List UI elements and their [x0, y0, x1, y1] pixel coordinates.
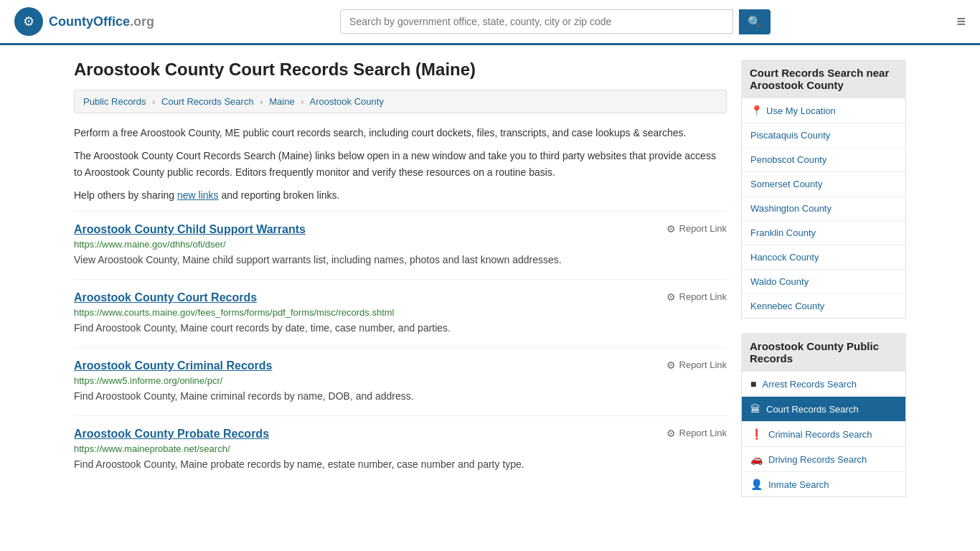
nearby-county-6[interactable]: Waldo County — [742, 270, 905, 294]
nearby-county-2[interactable]: Somerset County — [742, 172, 905, 197]
record-entry-2: Aroostook County Criminal Records ⚙ Repo… — [74, 347, 727, 415]
public-records-header: Aroostook County Public Records — [741, 333, 906, 372]
sidebar: Court Records Search near Aroostook Coun… — [741, 60, 906, 512]
nearby-list: 📍 Use My Location Piscataquis CountyPeno… — [741, 98, 906, 319]
page-title: Aroostook County Court Records Search (M… — [74, 60, 727, 80]
record-desc-3: Find Aroostook County, Maine probate rec… — [74, 457, 727, 472]
pub-records-icon-2: ❗ — [750, 428, 763, 440]
record-url-2[interactable]: https://www5.informe.org/online/pcr/ — [74, 375, 727, 386]
nearby-county-4[interactable]: Franklin County — [742, 221, 905, 245]
pin-icon: 📍 — [750, 105, 763, 116]
record-entry-3: Aroostook County Probate Records ⚙ Repor… — [74, 415, 727, 484]
report-link-3[interactable]: ⚙ Report Link — [666, 428, 727, 439]
nearby-county-link-7[interactable]: Kennebec County — [750, 301, 824, 311]
report-link-2[interactable]: ⚙ Report Link — [666, 359, 727, 371]
nearby-county-link-1[interactable]: Penobscot County — [750, 154, 826, 165]
report-icon-0: ⚙ — [666, 223, 676, 235]
nearby-county-link-4[interactable]: Franklin County — [750, 227, 816, 238]
use-location-link[interactable]: Use My Location — [766, 105, 836, 116]
breadcrumb-maine[interactable]: Maine — [269, 96, 294, 107]
nearby-county-5[interactable]: Hancock County — [742, 245, 905, 270]
record-desc-2: Find Aroostook County, Maine criminal re… — [74, 389, 727, 404]
pub-records-item-1[interactable]: 🏛 Court Records Search — [742, 397, 905, 422]
public-records-section: Aroostook County Public Records ■ Arrest… — [741, 333, 906, 497]
menu-button[interactable]: ≡ — [956, 12, 966, 31]
report-icon-3: ⚙ — [666, 428, 676, 439]
record-url-1[interactable]: https://www.courts.maine.gov/fees_forms/… — [74, 307, 727, 318]
breadcrumb-court-records-search[interactable]: Court Records Search — [161, 96, 254, 107]
logo-area: ⚙ CountyOffice.org — [14, 7, 154, 36]
pub-records-icon-0: ■ — [750, 378, 756, 390]
site-header: ⚙ CountyOffice.org 🔍 ≡ — [0, 0, 980, 45]
record-header-0: Aroostook County Child Support Warrants … — [74, 223, 727, 236]
record-entry-1: Aroostook County Court Records ⚙ Report … — [74, 279, 727, 347]
nearby-county-link-0[interactable]: Piscataquis County — [750, 130, 830, 141]
pub-records-item-2[interactable]: ❗ Criminal Records Search — [742, 422, 905, 447]
intro-paragraph-1: Perform a free Aroostook County, ME publ… — [74, 125, 727, 141]
pub-records-item-0[interactable]: ■ Arrest Records Search — [742, 372, 905, 397]
search-input[interactable] — [340, 9, 733, 34]
breadcrumb-aroostook-county[interactable]: Aroostook County — [310, 96, 384, 107]
report-icon-1: ⚙ — [666, 291, 676, 303]
record-header-3: Aroostook County Probate Records ⚙ Repor… — [74, 428, 727, 441]
nearby-section: Court Records Search near Aroostook Coun… — [741, 60, 906, 319]
breadcrumb: Public Records › Court Records Search › … — [74, 90, 727, 113]
nearby-county-link-3[interactable]: Washington County — [750, 203, 831, 214]
nearby-county-3[interactable]: Washington County — [742, 197, 905, 221]
use-location-item[interactable]: 📍 Use My Location — [742, 98, 905, 123]
record-title-3[interactable]: Aroostook County Probate Records — [74, 428, 269, 441]
pub-records-link-3[interactable]: Driving Records Search — [768, 454, 867, 465]
logo-icon: ⚙ — [14, 7, 43, 36]
new-links-link[interactable]: new links — [177, 189, 219, 201]
report-link-1[interactable]: ⚙ Report Link — [666, 291, 727, 303]
breadcrumb-public-records[interactable]: Public Records — [83, 96, 146, 107]
record-entry-0: Aroostook County Child Support Warrants … — [74, 211, 727, 279]
pub-records-link-4[interactable]: Inmate Search — [768, 479, 829, 490]
pub-records-icon-3: 🚗 — [750, 453, 763, 465]
record-url-0[interactable]: https://www.maine.gov/dhhs/ofi/dser/ — [74, 239, 727, 250]
pub-records-icon-1: 🏛 — [750, 403, 760, 415]
nearby-county-link-5[interactable]: Hancock County — [750, 252, 819, 263]
nearby-county-0[interactable]: Piscataquis County — [742, 123, 905, 148]
nearby-county-link-2[interactable]: Somerset County — [750, 179, 822, 189]
nearby-county-1[interactable]: Penobscot County — [742, 148, 905, 172]
main-wrapper: Aroostook County Court Records Search (M… — [60, 45, 920, 526]
pub-records-link-0[interactable]: Arrest Records Search — [762, 379, 857, 390]
report-link-0[interactable]: ⚙ Report Link — [666, 223, 727, 235]
record-header-2: Aroostook County Criminal Records ⚙ Repo… — [74, 359, 727, 372]
record-desc-1: Find Aroostook County, Maine court recor… — [74, 321, 727, 336]
nearby-county-7[interactable]: Kennebec County — [742, 294, 905, 318]
pub-records-item-3[interactable]: 🚗 Driving Records Search — [742, 447, 905, 472]
pub-records-item-4[interactable]: 👤 Inmate Search — [742, 472, 905, 496]
search-area: 🔍 — [340, 9, 771, 34]
record-url-3[interactable]: https://www.maineprobate.net/search/ — [74, 443, 727, 454]
nearby-county-link-6[interactable]: Waldo County — [750, 276, 809, 287]
nearby-header: Court Records Search near Aroostook Coun… — [741, 60, 906, 98]
logo-text: CountyOffice.org — [49, 14, 154, 29]
record-title-2[interactable]: Aroostook County Criminal Records — [74, 359, 272, 372]
record-desc-0: View Aroostook County, Maine child suppo… — [74, 253, 727, 268]
pub-records-icon-4: 👤 — [750, 479, 763, 490]
records-container: Aroostook County Child Support Warrants … — [74, 211, 727, 484]
public-records-list: ■ Arrest Records Search 🏛 Court Records … — [741, 372, 906, 497]
pub-records-link-1[interactable]: Court Records Search — [766, 404, 859, 415]
record-header-1: Aroostook County Court Records ⚙ Report … — [74, 291, 727, 304]
search-button[interactable]: 🔍 — [739, 9, 771, 34]
report-icon-2: ⚙ — [666, 359, 676, 371]
record-title-1[interactable]: Aroostook County Court Records — [74, 291, 257, 304]
nearby-counties-container: Piscataquis CountyPenobscot CountySomers… — [742, 123, 905, 318]
record-title-0[interactable]: Aroostook County Child Support Warrants — [74, 223, 306, 236]
intro-paragraph-3: Help others by sharing new links and rep… — [74, 187, 727, 203]
pub-records-link-2[interactable]: Criminal Records Search — [768, 429, 872, 440]
intro-paragraph-2: The Aroostook County Court Records Searc… — [74, 148, 727, 180]
content-area: Aroostook County Court Records Search (M… — [74, 60, 727, 512]
